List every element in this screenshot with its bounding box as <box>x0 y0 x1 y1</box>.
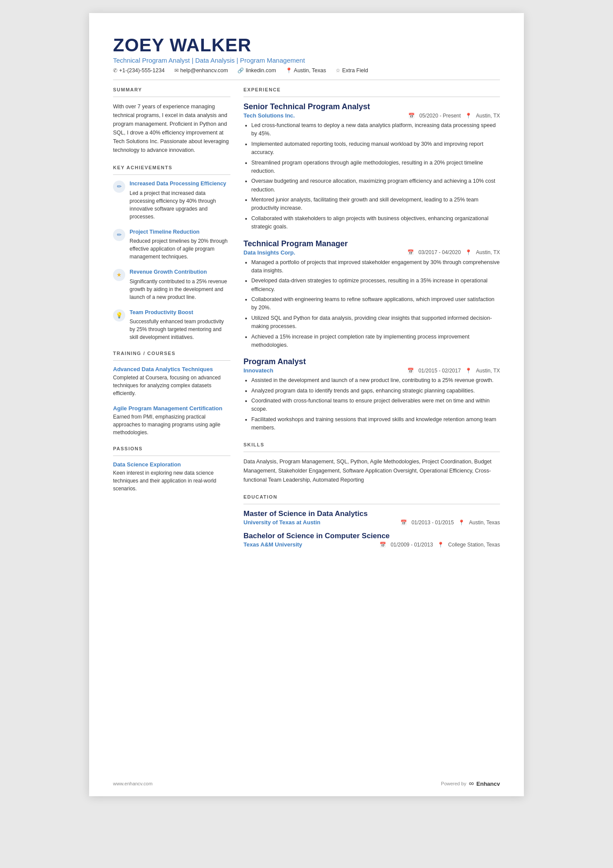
email-icon: ✉ <box>174 67 179 74</box>
contact-phone: ✆ +1-(234)-555-1234 <box>113 67 165 74</box>
training-list: Advanced Data Analytics Techniques Compl… <box>113 366 230 436</box>
calendar-icon: 📅 <box>407 368 414 374</box>
achievement-icon-wrap: 💡 <box>113 309 125 322</box>
exp-bullet: Led cross-functional teams to deploy a n… <box>251 121 500 138</box>
skills-label: SKILLS <box>243 442 500 447</box>
achievement-icon-wrap: ★ <box>113 269 125 281</box>
exp-date-loc: 📅 01/2015 - 02/2017 📍 Austin, TX <box>407 368 500 374</box>
exp-item: Program Analyst Innovatech 📅 01/2015 - 0… <box>243 357 500 432</box>
exp-bullet: Collaborated with engineering teams to r… <box>251 295 500 312</box>
location-icon: 📍 <box>286 67 292 74</box>
exp-bullet: Achieved a 15% increase in project compl… <box>251 333 500 350</box>
achievement-icon: ★ <box>117 271 122 278</box>
exp-title: Program Analyst <box>243 357 500 366</box>
passions-label: PASSIONS <box>113 446 230 451</box>
footer: www.enhancv.com Powered by ∞ Enhancv <box>113 780 500 788</box>
footer-powered: Powered by ∞ Enhancv <box>441 780 500 788</box>
powered-by-text: Powered by <box>441 781 466 786</box>
edu-school: Texas A&M University <box>243 541 302 548</box>
header-divider <box>113 80 500 80</box>
exp-date-loc: 📅 05/2020 - Present 📍 Austin, TX <box>408 113 500 119</box>
achievements-list: ✏ Increased Data Processing Efficiency L… <box>113 180 230 341</box>
exp-company: Innovatech <box>243 367 273 374</box>
achievement-title: Increased Data Processing Efficiency <box>130 180 230 188</box>
exp-bullet: Analyzed program data to identify trends… <box>251 387 500 395</box>
header: ZOEY WALKER Technical Program Analyst | … <box>113 35 500 74</box>
exp-date: 05/2020 - Present <box>419 113 460 119</box>
exp-bullet: Developed data-driven strategies to opti… <box>251 277 500 294</box>
achievement-icon: 💡 <box>116 312 123 319</box>
summary-label: SUMMARY <box>113 87 230 92</box>
exp-title: Technical Program Manager <box>243 239 500 248</box>
edu-meta-row: University of Texas at Austin 📅 01/2013 … <box>243 519 500 526</box>
course-title: Advanced Data Analytics Techniques <box>113 366 230 372</box>
course-item: Agile Program Management Certification E… <box>113 405 230 436</box>
edu-degree: Bachelor of Science in Computer Science <box>243 532 500 540</box>
edu-loc-icon: 📍 <box>437 542 444 548</box>
exp-bullets: Managed a portfolio of projects that imp… <box>243 258 500 350</box>
training-label: TRAINING / COURSES <box>113 351 230 356</box>
education-section: EDUCATION Master of Science in Data Anal… <box>243 494 500 548</box>
loc-icon: 📍 <box>465 249 472 255</box>
exp-item: Senior Technical Program Analyst Tech So… <box>243 102 500 231</box>
course-desc: Earned from PMI, emphasizing practical a… <box>113 413 230 436</box>
enhancv-logo-icon: ∞ <box>469 780 473 788</box>
exp-bullets: Assisted in the development and launch o… <box>243 376 500 432</box>
skills-section: SKILLS Data Analysis, Program Management… <box>243 442 500 485</box>
achievements-divider <box>113 174 230 175</box>
achievement-content: Project Timeline Reduction Reduced proje… <box>130 228 230 261</box>
achievement-item: ✏ Increased Data Processing Efficiency L… <box>113 180 230 221</box>
edu-date: 01/2009 - 01/2013 <box>390 542 433 548</box>
exp-location: Austin, TX <box>476 249 500 255</box>
exp-date-loc: 📅 03/2017 - 04/2020 📍 Austin, TX <box>407 249 500 255</box>
contact-linkedin: 🔗 linkedin.com <box>237 67 276 74</box>
course-item: Advanced Data Analytics Techniques Compl… <box>113 366 230 397</box>
achievement-content: Revenue Growth Contribution Significantl… <box>130 268 230 301</box>
achievement-icon: ✏ <box>117 231 122 238</box>
skills-text: Data Analysis, Program Management, SQL, … <box>243 457 500 485</box>
exp-bullet: Managed a portfolio of projects that imp… <box>251 258 500 275</box>
passion-item: Data Science Exploration Keen interest i… <box>113 461 230 493</box>
skills-divider <box>243 452 500 452</box>
extra-value: Extra Field <box>342 67 368 74</box>
location-value: Austin, Texas <box>294 67 326 74</box>
edu-degree: Master of Science in Data Analytics <box>243 509 500 518</box>
edu-date-loc: 📅 01/2009 - 01/2013 📍 College Station, T… <box>380 542 500 548</box>
exp-bullets: Led cross-functional teams to deploy a n… <box>243 121 500 231</box>
exp-company: Data Insights Corp. <box>243 249 295 256</box>
passion-desc: Keen interest in exploring new data scie… <box>113 469 230 493</box>
exp-date: 03/2017 - 04/2020 <box>418 249 460 255</box>
edu-date: 01/2013 - 01/2015 <box>411 519 453 526</box>
achievements-label: KEY ACHIEVEMENTS <box>113 165 230 170</box>
experience-divider <box>243 97 500 97</box>
exp-date: 01/2015 - 02/2017 <box>418 368 460 374</box>
exp-bullet: Coordinated with cross-functional teams … <box>251 397 500 414</box>
exp-meta-row: Tech Solutions Inc. 📅 05/2020 - Present … <box>243 112 500 119</box>
contact-extra: ☆ Extra Field <box>336 67 368 74</box>
course-desc: Completed at Coursera, focusing on advan… <box>113 374 230 397</box>
contact-location: 📍 Austin, Texas <box>286 67 326 74</box>
phone-value: +1-(234)-555-1234 <box>119 67 165 74</box>
phone-icon: ✆ <box>113 67 117 74</box>
exp-bullet: Streamlined program operations through a… <box>251 159 500 176</box>
achievement-title: Project Timeline Reduction <box>130 228 230 236</box>
achievement-icon: ✏ <box>117 183 122 190</box>
edu-item: Master of Science in Data Analytics Univ… <box>243 509 500 526</box>
exp-meta-row: Innovatech 📅 01/2015 - 02/2017 📍 Austin,… <box>243 367 500 374</box>
right-column: EXPERIENCE Senior Technical Program Anal… <box>243 87 500 557</box>
edu-date-loc: 📅 01/2013 - 01/2015 📍 Austin, Texas <box>400 519 500 526</box>
exp-location: Austin, TX <box>476 113 500 119</box>
passions-list: Data Science Exploration Keen interest i… <box>113 461 230 493</box>
loc-icon: 📍 <box>465 368 472 374</box>
exp-bullet: Utilized SQL and Python for data analysi… <box>251 314 500 331</box>
exp-bullet: Oversaw budgeting and resource allocatio… <box>251 177 500 194</box>
calendar-icon: 📅 <box>407 249 414 255</box>
candidate-tagline: Technical Program Analyst | Data Analysi… <box>113 57 500 64</box>
achievement-title: Team Productivity Boost <box>130 309 230 317</box>
exp-bullet: Mentored junior analysts, facilitating t… <box>251 196 500 213</box>
calendar-icon: 📅 <box>408 113 415 119</box>
contact-email: ✉ help@enhancv.com <box>174 67 228 74</box>
achievement-content: Team Productivity Boost Successfully enh… <box>130 309 230 342</box>
training-section: TRAINING / COURSES Advanced Data Analyti… <box>113 351 230 436</box>
passions-divider <box>113 456 230 456</box>
